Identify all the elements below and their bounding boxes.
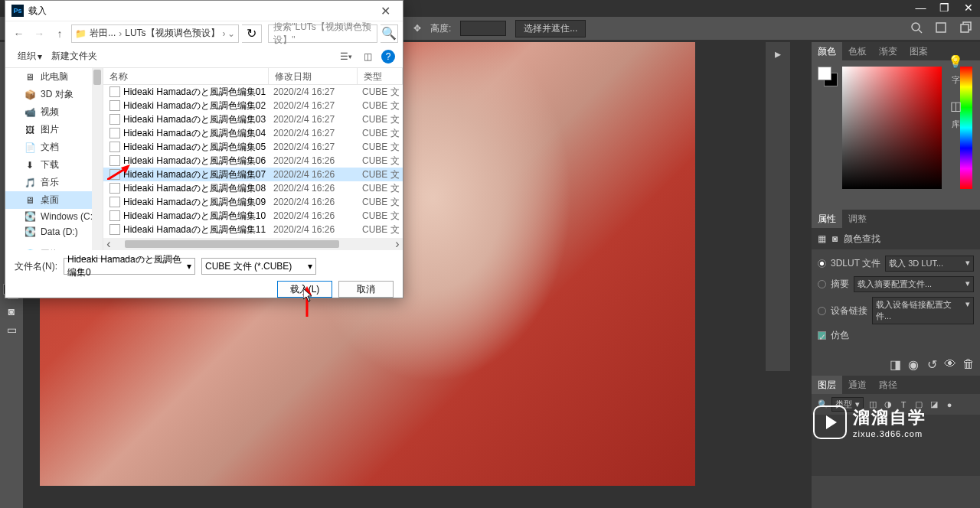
nav-back-button[interactable]: ← <box>10 24 28 43</box>
file-row[interactable]: Hideaki Hamadaのと風調色编集05【...2020/2/4 16:2… <box>103 140 403 154</box>
panel-toggle-icon[interactable]: ▸ <box>767 44 789 64</box>
file-row[interactable]: Hideaki Hamadaのと風調色编集10【...2020/2/4 16:2… <box>103 209 403 223</box>
dialog-body: 🖥此电脑📦3D 对象📹视频🖼图片📄文档⬇下载🎵音乐🖥桌面💽Windows (C:… <box>5 68 403 250</box>
radio-devicelink[interactable] <box>818 307 826 315</box>
chevron-down-icon[interactable]: ▾ <box>187 261 191 272</box>
checkbox-dither[interactable]: ✓ <box>818 331 826 340</box>
file-row[interactable]: Hideaki Hamadaのと風調色编集07【...2020/2/4 16:2… <box>103 168 403 181</box>
column-type[interactable]: 类型 <box>358 68 403 84</box>
search-input[interactable]: 搜索"LUTs【视频调色预设】" <box>268 24 377 43</box>
tree-item[interactable]: 📦3D 对象 <box>5 86 103 103</box>
tree-item[interactable]: 🎵音乐 <box>5 174 103 191</box>
tree-item[interactable]: 📹视频 <box>5 103 103 121</box>
select-abstract[interactable]: 载入摘要配置文件...▾ <box>854 276 974 292</box>
chevron-down-icon[interactable]: ▾ <box>308 261 312 272</box>
tab-patterns[interactable]: 图案 <box>903 42 934 60</box>
file-row[interactable]: Hideaki Hamadaのと風調色编集02【...2020/2/4 16:2… <box>103 99 403 112</box>
organize-button[interactable]: 组织 ▾ <box>13 48 47 64</box>
tab-channels[interactable]: 通道 <box>842 376 873 394</box>
arrange-icon[interactable] <box>933 19 949 36</box>
share-icon[interactable] <box>957 19 974 36</box>
tree-item[interactable]: 💽Windows (C:) <box>5 209 103 224</box>
reset-icon[interactable]: ↺ <box>925 357 939 371</box>
file-row[interactable]: Hideaki Hamadaのと風調色编集01【...2020/2/4 16:2… <box>103 85 403 99</box>
cancel-button[interactable]: 取消 <box>338 281 394 298</box>
scroll-right-icon[interactable]: › <box>392 237 403 250</box>
tree-item[interactable]: ⬇下载 <box>5 156 103 174</box>
file-list-body[interactable]: Hideaki Hamadaのと風調色编集01【...2020/2/4 16:2… <box>103 85 403 236</box>
close-button[interactable]: ✕ <box>956 0 980 15</box>
libraries-icon[interactable]: ◫ <box>939 95 972 116</box>
radio-abstract[interactable] <box>818 280 826 288</box>
search-icon[interactable] <box>908 19 925 36</box>
maximize-button[interactable]: ❐ <box>933 0 956 15</box>
filename-input[interactable]: Hideaki Hamadaのと風調色编集0▾ <box>64 258 195 275</box>
nav-forward-button[interactable]: → <box>31 24 48 43</box>
scrollbar-thumb[interactable] <box>125 240 339 248</box>
crumb-2[interactable]: LUTs【视频调色预设】 <box>123 27 220 40</box>
tab-properties[interactable]: 属性 <box>812 210 842 228</box>
scroll-left-icon[interactable]: ‹ <box>103 237 114 250</box>
folder-icon: 🖥 <box>24 195 36 206</box>
height-input[interactable] <box>460 21 506 36</box>
tree-item-label: 网络 <box>41 248 59 250</box>
radio-3dlut[interactable] <box>818 259 826 268</box>
view-options-icon[interactable]: ☰ ▾ <box>338 50 354 64</box>
label-dither: 仿色 <box>831 329 849 342</box>
file-name: Hideaki Hamadaのと風調色编集07【... <box>123 168 269 181</box>
view-previous-icon[interactable]: ◉ <box>906 357 920 371</box>
minimize-button[interactable]: — <box>909 0 933 15</box>
tool-screenmode[interactable]: ▭ <box>0 321 23 339</box>
tab-color[interactable]: 颜色 <box>812 42 842 60</box>
color-fgbg-swatches[interactable] <box>818 67 838 86</box>
tab-swatches[interactable]: 色板 <box>842 42 873 60</box>
tree-item[interactable]: 🖼图片 <box>5 121 103 138</box>
file-row[interactable]: Hideaki Hamadaのと風調色编集08【...2020/2/4 16:2… <box>103 181 403 195</box>
tree-item[interactable]: 📄文档 <box>5 138 103 156</box>
search-button[interactable]: 🔍 <box>381 24 398 43</box>
file-row[interactable]: Hideaki Hamadaのと風調色编集09【...2020/2/4 16:2… <box>103 195 403 209</box>
nav-up-button[interactable]: ↑ <box>51 24 69 43</box>
crumb-1[interactable]: 岩田... <box>88 27 117 40</box>
tab-adjustments[interactable]: 调整 <box>842 210 873 228</box>
tree-scrollbar[interactable] <box>92 68 103 250</box>
fg-swatch[interactable] <box>818 67 831 80</box>
column-name[interactable]: 名称 <box>103 68 269 84</box>
dialog-close-button[interactable]: ✕ <box>374 4 397 18</box>
clip-to-layer-icon[interactable]: ◨ <box>888 357 902 371</box>
learn-icon[interactable]: 💡 <box>939 50 972 72</box>
horizontal-scrollbar[interactable]: ‹ › <box>103 238 403 250</box>
tree-item[interactable]: 🖥桌面 <box>5 191 103 209</box>
new-folder-button[interactable]: 新建文件夹 <box>47 48 102 64</box>
chevron-down-icon[interactable]: ⌄ <box>227 28 235 39</box>
help-icon[interactable]: ? <box>381 50 395 64</box>
file-row[interactable]: Hideaki Hamadaのと風調色编集11【...2020/2/4 16:2… <box>103 223 403 236</box>
folder-tree[interactable]: 🖥此电脑📦3D 对象📹视频🖼图片📄文档⬇下载🎵音乐🖥桌面💽Windows (C:… <box>5 68 103 250</box>
file-row[interactable]: Hideaki Hamadaのと風調色编集06【...2020/2/4 16:2… <box>103 154 403 168</box>
visibility-icon[interactable]: 👁 <box>943 357 957 371</box>
preview-pane-icon[interactable]: ◫ <box>360 50 375 64</box>
properties-footer: ◨ ◉ ↺ 👁 🗑 <box>812 353 980 376</box>
file-date: 2020/2/4 16:27 <box>269 100 358 111</box>
select-3dlut[interactable]: 载入 3D LUT...▾ <box>885 256 974 272</box>
folder-icon: 🖥 <box>24 72 36 83</box>
color-field[interactable] <box>842 67 942 189</box>
tree-item[interactable]: 🖥此电脑 <box>5 68 103 86</box>
tab-gradients[interactable]: 渐变 <box>873 42 903 60</box>
tree-item[interactable]: 🌐网络 <box>5 246 103 250</box>
file-row[interactable]: Hideaki Hamadaのと風調色编集04【...2020/2/4 16:2… <box>103 126 403 140</box>
delete-icon[interactable]: 🗑 <box>962 357 975 371</box>
libraries-label: 库 <box>939 116 972 132</box>
filetype-select[interactable]: CUBE 文件 (*.CUBE)▾ <box>201 258 316 275</box>
select-and-mask-button[interactable]: 选择并遮住... <box>515 20 586 37</box>
scrollbar-thumb[interactable] <box>93 70 101 85</box>
refresh-button[interactable]: ↻ <box>242 24 263 43</box>
select-devicelink[interactable]: 载入设备链接配置文件...▾ <box>872 297 974 324</box>
file-row[interactable]: Hideaki Hamadaのと風調色编集03【...2020/2/4 16:2… <box>103 112 403 126</box>
layers-list[interactable]: 溜溜自学 zixue.3d66.com <box>812 415 980 476</box>
column-date[interactable]: 修改日期 <box>269 68 358 84</box>
tab-layers[interactable]: 图层 <box>812 376 842 394</box>
tab-paths[interactable]: 路径 <box>873 376 903 394</box>
breadcrumb-bar[interactable]: 📁 岩田... › LUTs【视频调色预设】 › ⌄ <box>71 24 238 43</box>
tree-item[interactable]: 💽Data (D:) <box>5 224 103 239</box>
